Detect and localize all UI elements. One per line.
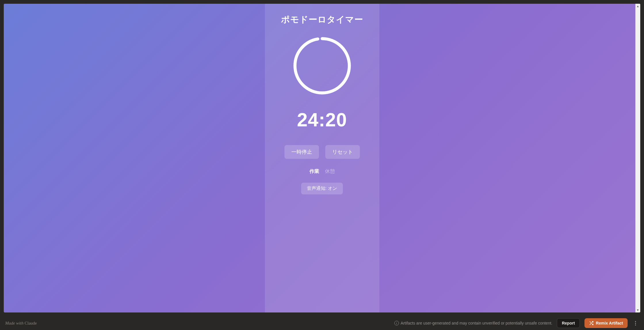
timer-display: 24:20	[297, 109, 347, 131]
scrollbar[interactable]: ▲ ▼	[635, 4, 640, 312]
control-buttons: 一時停止 リセット	[284, 145, 360, 159]
artifact-warning: i Artifacts are user-generated and may c…	[394, 321, 553, 325]
kebab-icon	[635, 321, 636, 322]
svg-point-0	[295, 39, 349, 93]
footer-bar: Made with Claude i Artifacts are user-ge…	[0, 316, 644, 330]
reset-button[interactable]: リセット	[325, 145, 360, 159]
more-options-button[interactable]	[632, 319, 639, 327]
svg-line-3	[590, 322, 591, 323]
pause-button[interactable]: 一時停止	[284, 145, 319, 159]
mode-work[interactable]: 作業	[309, 168, 319, 175]
sound-toggle-button[interactable]: 音声通知: オン	[301, 183, 343, 194]
pomodoro-card: ポモドーロタイマー 24:20 一時停止 リセット 作業 休憩 音声通知: オン	[265, 4, 379, 312]
mode-selector: 作業 休憩	[309, 168, 335, 175]
artifact-viewport: ポモドーロタイマー 24:20 一時停止 リセット 作業 休憩 音声通知: オン…	[4, 4, 640, 312]
report-button[interactable]: Report	[557, 318, 580, 328]
progress-ring	[292, 36, 352, 96]
mode-break[interactable]: 休憩	[325, 168, 335, 175]
info-icon: i	[394, 321, 399, 325]
scroll-up-arrow-icon[interactable]: ▲	[635, 4, 640, 9]
remix-artifact-button[interactable]: Remix Artifact	[584, 318, 628, 328]
made-with-claude-label: Made with Claude	[5, 321, 37, 326]
scroll-down-arrow-icon[interactable]: ▼	[635, 308, 640, 312]
app-title: ポモドーロタイマー	[281, 14, 363, 26]
shuffle-icon	[589, 321, 594, 325]
warning-text: Artifacts are user-generated and may con…	[401, 321, 553, 325]
remix-label: Remix Artifact	[596, 321, 623, 325]
